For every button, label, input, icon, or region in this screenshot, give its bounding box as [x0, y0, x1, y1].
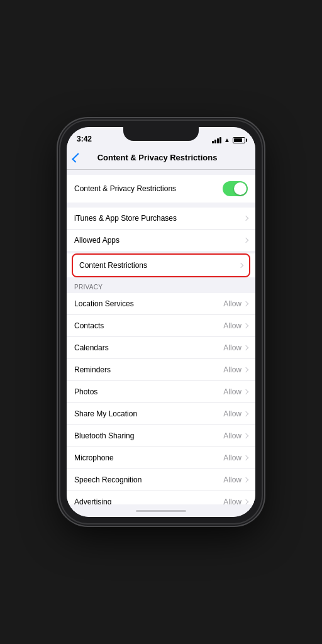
row-value-speech-recognition: Allow: [223, 475, 242, 484]
row-right-photos: Allow: [223, 387, 248, 396]
toggle-section: Content & Privacy Restrictions: [67, 175, 255, 203]
row-right-advertising: Allow: [223, 497, 248, 504]
list-row-speech-recognition[interactable]: Speech Recognition Allow: [67, 469, 255, 491]
chevron-right-icon: [243, 345, 248, 350]
row-right-speech-recognition: Allow: [223, 475, 248, 484]
nav-bar: Content & Privacy Restrictions: [67, 146, 255, 170]
chevron-right-icon: [243, 411, 248, 416]
row-value-location-services: Allow: [223, 299, 242, 308]
privacy-list-section: Location Services Allow Contacts Allow C…: [67, 293, 255, 504]
notch: [123, 127, 199, 141]
list-row-itunes[interactable]: iTunes & App Store Purchases: [67, 208, 255, 230]
home-indicator: [67, 504, 255, 517]
list-row-share-my-location[interactable]: Share My Location Allow: [67, 403, 255, 425]
row-label-share-my-location: Share My Location: [74, 409, 137, 418]
row-label-advertising: Advertising: [74, 497, 111, 504]
row-value-photos: Allow: [223, 387, 242, 396]
chevron-right-icon: [243, 367, 248, 372]
chevron-right-icon: [243, 389, 248, 394]
row-value-share-my-location: Allow: [223, 409, 242, 418]
list-row-reminders[interactable]: Reminders Allow: [67, 359, 255, 381]
chevron-right-icon: [243, 455, 248, 460]
list-row-contacts[interactable]: Contacts Allow: [67, 315, 255, 337]
list-row-advertising[interactable]: Advertising Allow: [67, 491, 255, 504]
phone-device: 3:42 ▲ Content & Privacy Restrictions: [60, 121, 262, 523]
row-right-content-restrictions: [239, 264, 243, 267]
row-right-reminders: Allow: [223, 365, 248, 374]
home-bar: [136, 510, 186, 512]
row-right-calendars: Allow: [223, 343, 248, 352]
scroll-content[interactable]: Content & Privacy Restrictions iTunes & …: [67, 170, 255, 504]
row-label-allowed-apps: Allowed Apps: [74, 236, 119, 245]
row-value-calendars: Allow: [223, 343, 242, 352]
row-label-bluetooth-sharing: Bluetooth Sharing: [74, 431, 134, 440]
row-label-speech-recognition: Speech Recognition: [74, 475, 142, 484]
row-label-calendars: Calendars: [74, 343, 109, 352]
back-button[interactable]: [74, 153, 79, 162]
row-right-allowed-apps: [244, 238, 248, 242]
row-right-bluetooth-sharing: Allow: [223, 431, 248, 440]
row-value-reminders: Allow: [223, 365, 242, 374]
row-right-microphone: Allow: [223, 453, 248, 462]
row-label-photos: Photos: [74, 387, 97, 396]
chevron-right-icon: [243, 301, 248, 306]
list-row-microphone[interactable]: Microphone Allow: [67, 447, 255, 469]
toggle-knob: [234, 182, 247, 195]
toggle-row: Content & Privacy Restrictions: [74, 175, 248, 203]
list-row-allowed-apps[interactable]: Allowed Apps: [67, 230, 255, 251]
row-label-content-restrictions: Content Restrictions: [79, 261, 147, 270]
row-right-contacts: Allow: [223, 321, 248, 330]
list-row-location-services[interactable]: Location Services Allow: [67, 293, 255, 315]
row-label-location-services: Location Services: [74, 299, 134, 308]
page-title: Content & Privacy Restrictions: [79, 153, 235, 162]
battery-icon: [233, 137, 245, 143]
list-row-bluetooth-sharing[interactable]: Bluetooth Sharing Allow: [67, 425, 255, 447]
status-time: 3:42: [77, 135, 92, 143]
chevron-right-icon: [243, 238, 248, 243]
list-row-calendars[interactable]: Calendars Allow: [67, 337, 255, 359]
signal-icon: [212, 137, 221, 143]
chevron-right-icon: [243, 433, 248, 438]
row-label-reminders: Reminders: [74, 365, 111, 374]
chevron-right-icon: [243, 216, 248, 221]
list-row-content-restrictions[interactable]: Content Restrictions: [72, 253, 250, 277]
row-value-contacts: Allow: [223, 321, 242, 330]
toggle-label: Content & Privacy Restrictions: [74, 184, 176, 193]
row-label-microphone: Microphone: [74, 453, 114, 462]
privacy-section-header: PRIVACY: [67, 280, 255, 293]
status-icons: ▲: [212, 136, 245, 143]
chevron-right-icon: [238, 263, 243, 268]
chevron-right-icon: [243, 477, 248, 482]
row-label-contacts: Contacts: [74, 321, 104, 330]
wifi-icon: ▲: [224, 136, 230, 143]
chevron-right-icon: [243, 499, 248, 504]
row-label-itunes: iTunes & App Store Purchases: [74, 214, 177, 223]
row-right-share-my-location: Allow: [223, 409, 248, 418]
row-value-bluetooth-sharing: Allow: [223, 431, 242, 440]
row-right-itunes: [244, 216, 248, 220]
toggle-switch[interactable]: [223, 181, 248, 196]
list-row-photos[interactable]: Photos Allow: [67, 381, 255, 403]
row-value-advertising: Allow: [223, 497, 242, 504]
chevron-right-icon: [243, 323, 248, 328]
row-value-microphone: Allow: [223, 453, 242, 462]
row-right-location-services: Allow: [223, 299, 248, 308]
phone-screen: 3:42 ▲ Content & Privacy Restrictions: [67, 127, 255, 517]
main-list-section: iTunes & App Store Purchases Allowed App…: [67, 208, 255, 251]
